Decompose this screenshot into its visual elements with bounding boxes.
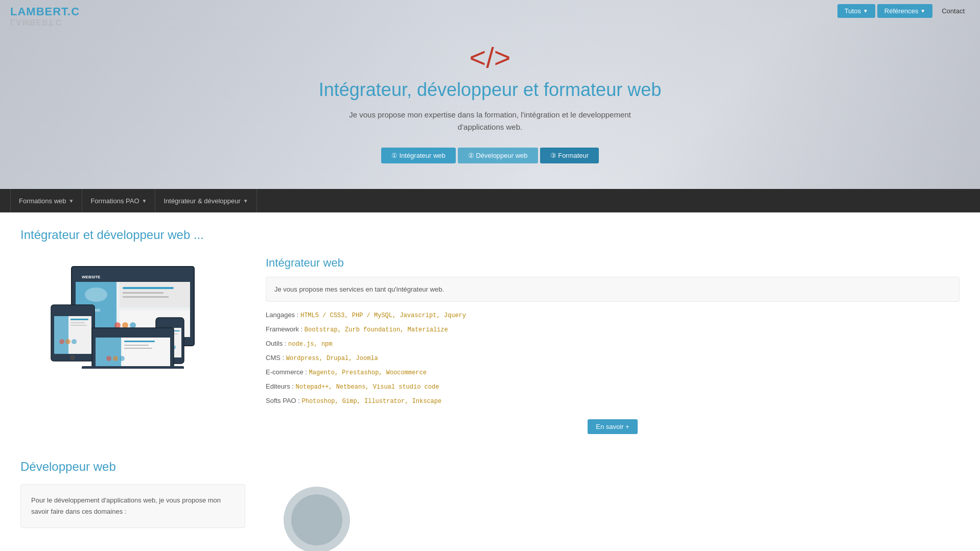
outils-row: Outils : node.js, npm bbox=[266, 339, 960, 349]
main-content: Intégrateur et développeur web ... WEBSI… bbox=[0, 212, 980, 551]
ecommerce-value: Magento, Prestashop, Woocommerce bbox=[309, 369, 427, 376]
integrateur-info: Intégrateur web Je vous propose mes serv… bbox=[266, 256, 960, 434]
hero-btn-developpeur[interactable]: ② Développeur web bbox=[458, 148, 538, 163]
integrateur-title: Intégrateur web bbox=[266, 256, 960, 270]
logo-text: LAMBERT.C bbox=[10, 5, 80, 18]
svg-rect-9 bbox=[123, 292, 164, 294]
hero-btn-integrateur[interactable]: ① Intégrateur web bbox=[381, 148, 456, 163]
hero-buttons: ① Intégrateur web ② Développeur web ③ Fo… bbox=[381, 148, 599, 163]
logo: LAMBERT.C LAMBERT.C bbox=[0, 0, 90, 32]
references-caret-icon: ▼ bbox=[920, 8, 925, 14]
svg-point-16 bbox=[130, 322, 136, 328]
developpeur-title: Développeur web bbox=[20, 460, 960, 474]
cms-value: Wordpress, Drupal, Joomla bbox=[286, 355, 378, 362]
langages-value: HTML5 / CSS3, PHP / MySQL, Javascript, J… bbox=[300, 312, 466, 319]
top-navigation: Tutos ▼ Références ▼ Contact bbox=[829, 0, 980, 22]
svg-rect-47 bbox=[124, 341, 155, 342]
editeurs-value: Notepad++, Netbeans, Visual studio code bbox=[296, 384, 439, 391]
section-main-title: Intégrateur et développeur web ... bbox=[20, 228, 960, 242]
svg-rect-48 bbox=[124, 345, 149, 346]
svg-rect-26 bbox=[71, 325, 87, 326]
svg-rect-23 bbox=[69, 316, 91, 354]
references-button[interactable]: Références ▼ bbox=[877, 4, 932, 18]
softs-row: Softs PAO : Photoshop, Gimp, Illustrator… bbox=[266, 396, 960, 406]
tutos-caret-icon: ▼ bbox=[863, 8, 868, 14]
developpeur-description: Pour le développement d'applications web… bbox=[20, 484, 245, 528]
svg-point-11 bbox=[85, 288, 107, 302]
integrateur-caret-icon: ▼ bbox=[243, 198, 248, 204]
framework-value: Bootstrap, Zurb foundation, Materialize bbox=[305, 326, 448, 333]
svg-rect-53 bbox=[82, 366, 184, 369]
svg-point-15 bbox=[122, 322, 128, 328]
svg-rect-45 bbox=[96, 338, 121, 369]
hero-section: </> Intégrateur, développeur et formateu… bbox=[0, 0, 980, 189]
outils-value: node.js, npm bbox=[288, 341, 332, 348]
nav-formations-web[interactable]: Formations web ▼ bbox=[10, 189, 82, 212]
svg-rect-8 bbox=[123, 287, 174, 289]
svg-point-55 bbox=[291, 494, 342, 545]
svg-rect-6 bbox=[120, 282, 190, 307]
tutos-button[interactable]: Tutos ▼ bbox=[837, 4, 875, 18]
devices-illustration: WEBSITE AWESOME PERSON bbox=[20, 256, 245, 370]
svg-point-50 bbox=[106, 356, 111, 361]
integrateur-description: Je vous propose mes services en tant qu'… bbox=[266, 277, 960, 302]
devices-svg: WEBSITE AWESOME PERSON bbox=[20, 256, 245, 369]
svg-point-30 bbox=[71, 355, 75, 360]
code-icon: </> bbox=[470, 41, 511, 74]
svg-rect-21 bbox=[54, 309, 91, 316]
editeurs-row: Editeurs : Notepad++, Netbeans, Visual s… bbox=[266, 381, 960, 392]
framework-row: Framework : Bootstrap, Zurb foundation, … bbox=[266, 324, 960, 334]
contact-link[interactable]: Contact bbox=[935, 4, 972, 18]
svg-point-14 bbox=[114, 322, 121, 328]
dev-illustration bbox=[266, 484, 368, 551]
hero-subtitle: Je vous propose mon expertise dans la fo… bbox=[337, 109, 643, 133]
svg-rect-49 bbox=[124, 348, 152, 349]
svg-point-29 bbox=[72, 339, 77, 344]
nav-integrateur[interactable]: Intégrateur & développeur ▼ bbox=[155, 189, 256, 212]
developpeur-section: Développeur web Pour le développement d'… bbox=[20, 460, 960, 545]
svg-point-28 bbox=[65, 339, 71, 344]
langages-row: Langages : HTML5 / CSS3, PHP / MySQL, Ja… bbox=[266, 310, 960, 320]
svg-rect-24 bbox=[71, 319, 88, 320]
svg-rect-44 bbox=[96, 331, 170, 338]
svg-point-27 bbox=[59, 339, 64, 344]
svg-rect-46 bbox=[122, 338, 170, 369]
svg-rect-33 bbox=[158, 323, 181, 328]
cms-row: CMS : Wordpress, Drupal, Joomla bbox=[266, 353, 960, 363]
integrateur-section: WEBSITE AWESOME PERSON bbox=[20, 256, 960, 434]
svg-rect-10 bbox=[123, 296, 169, 298]
hero-title: Intégrateur, développeur et formateur we… bbox=[319, 79, 661, 101]
formations-pao-caret-icon: ▼ bbox=[142, 198, 147, 204]
svg-text:WEBSITE: WEBSITE bbox=[82, 275, 101, 279]
nav-formations-pao[interactable]: Formations PAO ▼ bbox=[82, 189, 155, 212]
svg-point-52 bbox=[120, 356, 125, 361]
svg-rect-25 bbox=[71, 322, 85, 323]
ecommerce-row: E-commerce : Magento, Prestashop, Woocom… bbox=[266, 367, 960, 377]
svg-rect-22 bbox=[54, 316, 68, 354]
formations-web-caret-icon: ▼ bbox=[68, 198, 74, 204]
svg-point-51 bbox=[113, 356, 118, 361]
en-savoir-integrateur-button[interactable]: En savoir + bbox=[588, 419, 637, 434]
softs-value: Photoshop, Gimp, Illustrator, Inkscape bbox=[302, 398, 442, 405]
logo-mirror: LAMBERT.C bbox=[10, 17, 80, 27]
secondary-navigation: Formations web ▼ Formations PAO ▼ Intégr… bbox=[0, 189, 980, 212]
hero-btn-formateur[interactable]: ③ Formateur bbox=[540, 148, 599, 163]
